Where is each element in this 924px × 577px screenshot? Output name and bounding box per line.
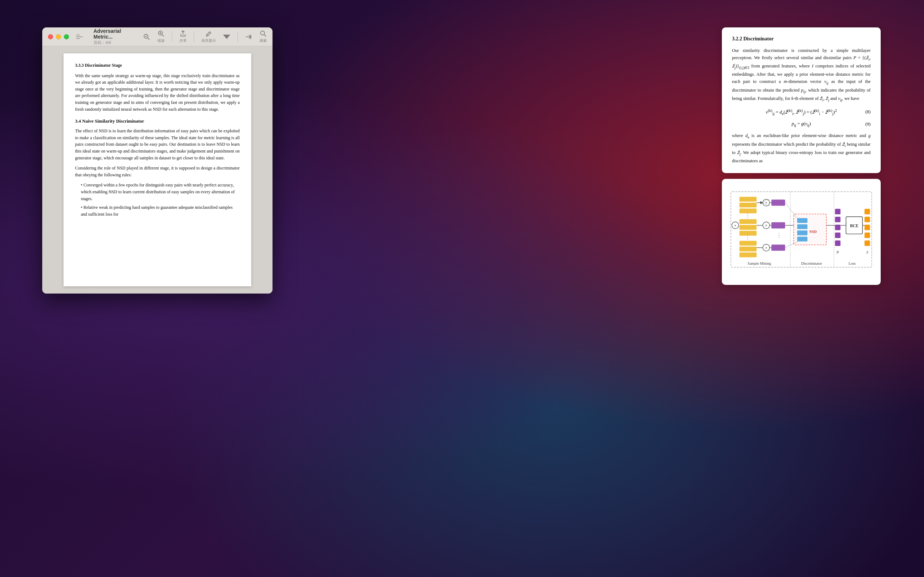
svg-line-55 (785, 203, 798, 219)
section-3-3-3-text: With the same sample strategy as warm-up… (75, 73, 240, 113)
equation-8: v(k)ij = de(ẑ(k)i, ẑ(k)j) = (ẑ(k)i − ẑ(k… (732, 108, 871, 116)
window-title: Adversarial Metric... (94, 28, 139, 40)
discriminator-card-content: 3.2.2 Discriminator Our similarity discr… (722, 27, 881, 173)
section-3-4-title: 3.4 Naive Similarity Discriminator (75, 118, 240, 125)
svg-text:⋮: ⋮ (745, 234, 750, 240)
svg-text:S: S (866, 250, 868, 254)
traffic-lights (48, 34, 69, 39)
svg-rect-71 (864, 233, 870, 238)
svg-rect-53 (797, 237, 808, 241)
svg-rect-62 (835, 233, 840, 238)
toolbar-divider-1 (172, 31, 172, 42)
svg-rect-51 (797, 224, 808, 229)
diagram-content: Sample Mining Discriminator Loss (722, 179, 881, 285)
toolbar-divider-2 (194, 31, 194, 42)
section-3-3-3-title: 3.3.3 Discriminator Stage (75, 62, 240, 69)
titlebar-toolbar: 缩放 共享 高亮显示 (143, 30, 267, 43)
pdf-viewer-window: Adversarial Metric... 页码：4/8 (42, 27, 273, 293)
close-button[interactable] (48, 34, 53, 39)
pdf-page: 3.3.3 Discriminator Stage With the same … (63, 53, 251, 286)
svg-text:NSD: NSD (809, 230, 817, 234)
window-title-area: Adversarial Metric... 页码：4/8 (94, 28, 139, 45)
share-label: 共享 (179, 38, 187, 43)
svg-rect-72 (864, 240, 870, 246)
search-button[interactable]: 搜索 (260, 30, 267, 43)
svg-text:⋮: ⋮ (745, 212, 750, 218)
svg-text:⋮: ⋮ (776, 232, 782, 238)
right-panel: 3.2.2 Discriminator Our similarity discr… (722, 27, 881, 285)
svg-rect-52 (797, 230, 808, 235)
svg-rect-43 (771, 222, 785, 228)
architecture-diagram-card: Sample Mining Discriminator Loss (722, 179, 881, 285)
svg-rect-68 (864, 209, 870, 214)
svg-rect-22 (740, 225, 757, 230)
svg-text:Sample Mining: Sample Mining (748, 261, 771, 266)
svg-rect-50 (797, 218, 808, 223)
svg-rect-25 (740, 247, 757, 251)
pdf-content-area: 3.3.3 Discriminator Stage With the same … (42, 46, 273, 293)
highlight-dropdown[interactable] (223, 33, 230, 40)
forward-button[interactable] (245, 33, 252, 40)
svg-rect-44 (771, 245, 785, 251)
svg-text:+: + (734, 223, 737, 227)
svg-rect-70 (864, 225, 870, 230)
svg-rect-42 (771, 200, 785, 206)
svg-line-4 (162, 35, 164, 36)
card-text-1: Our similarity discriminator is construc… (732, 47, 871, 103)
svg-rect-21 (740, 219, 757, 224)
titlebar: Adversarial Metric... 页码：4/8 (42, 27, 273, 46)
svg-text:Discriminator: Discriminator (801, 261, 822, 266)
svg-rect-26 (740, 253, 757, 257)
section-3-4-text: The effect of NSD is to learn the distri… (75, 128, 240, 161)
architecture-diagram-svg: Sample Mining Discriminator Loss (729, 186, 874, 276)
bullet-2: • Relative weak in predicting hard sampl… (75, 204, 240, 218)
svg-point-10 (261, 31, 265, 35)
svg-text:Loss: Loss (848, 261, 856, 266)
zoom-out-button[interactable] (143, 33, 150, 40)
svg-text:P: P (836, 250, 839, 254)
section-3-4-text2: Considering the role of NSD played in di… (75, 165, 240, 178)
svg-line-1 (148, 38, 149, 40)
eq-9-number: (9) (865, 121, 871, 127)
search-label: 搜索 (260, 38, 267, 43)
svg-text:×: × (765, 246, 767, 250)
svg-rect-24 (740, 241, 757, 246)
card-text-2: where de is an euclidean-like prior elem… (732, 132, 871, 164)
equation-9: pij = g(vij) (9) (732, 121, 871, 127)
sidebar-toggle-button[interactable] (76, 33, 86, 40)
highlight-label: 高亮显示 (201, 38, 216, 43)
svg-rect-60 (835, 217, 840, 222)
svg-text:×: × (765, 201, 767, 205)
maximize-button[interactable] (64, 34, 69, 39)
svg-rect-63 (835, 240, 840, 246)
svg-line-11 (264, 35, 266, 36)
share-button[interactable]: 共享 (179, 30, 187, 43)
page-indicator: 页码：4/8 (94, 40, 139, 45)
svg-rect-19 (740, 203, 757, 207)
svg-rect-61 (835, 225, 840, 230)
zoom-label: 缩放 (157, 38, 165, 43)
card-section-title: 3.2.2 Discriminator (732, 36, 871, 42)
discriminator-card: 3.2.2 Discriminator Our similarity discr… (722, 27, 881, 173)
bullet-1: • Converged within a few epochs for dist… (75, 182, 240, 202)
svg-text:BCE: BCE (850, 223, 859, 227)
svg-rect-18 (740, 197, 757, 201)
svg-text:×: × (765, 224, 767, 227)
minimize-button[interactable] (56, 34, 61, 39)
highlight-button[interactable]: 高亮显示 (201, 30, 216, 43)
svg-rect-69 (864, 217, 870, 222)
svg-rect-59 (835, 209, 840, 214)
zoom-in-button[interactable]: 缩放 (157, 30, 165, 43)
eq-8-number: (8) (865, 109, 871, 115)
toolbar-divider-3 (237, 31, 238, 42)
